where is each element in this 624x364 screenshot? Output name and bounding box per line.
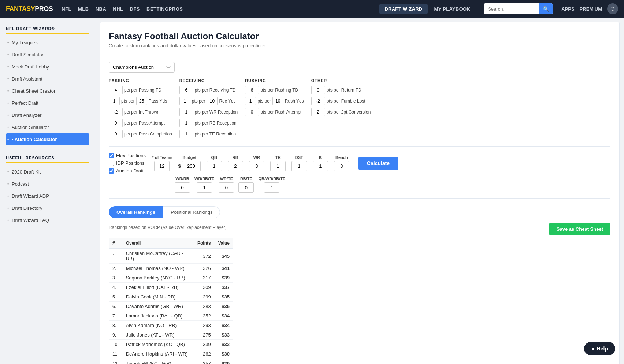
nav-bettingpros[interactable]: BETTINGPROS bbox=[146, 6, 183, 12]
passing-td-input[interactable] bbox=[109, 86, 123, 94]
flex-positions-input[interactable] bbox=[109, 153, 114, 158]
row-value: $29 bbox=[215, 359, 233, 364]
wr-rb-te-group: WR/RB/TE bbox=[194, 177, 214, 193]
rec-yds-yds-input[interactable] bbox=[207, 97, 218, 105]
rankings-table: # Overall Points Value 1. Christian McCa… bbox=[109, 238, 233, 364]
rb-reception-input[interactable] bbox=[179, 119, 193, 127]
sidebar-item-cheat-sheet-creator[interactable]: Cheat Sheet Creator bbox=[6, 85, 89, 97]
two-pt-input[interactable] bbox=[311, 108, 325, 116]
passing-yds-pts-input[interactable] bbox=[109, 97, 120, 105]
main-content: Fantasy Football Auction Calculator Crea… bbox=[100, 22, 620, 364]
sidebar-item-draft-simulator[interactable]: Draft Simulator bbox=[6, 49, 89, 61]
tab-overall-rankings[interactable]: Overall Rankings bbox=[109, 206, 163, 218]
wr-reception-label: pts per WR Reception bbox=[195, 109, 238, 115]
budget-label: Budget bbox=[182, 155, 196, 160]
row-points: 293 bbox=[194, 321, 215, 330]
passing-attempt-input[interactable] bbox=[109, 119, 123, 127]
rush-yds-pts-input[interactable] bbox=[245, 97, 256, 105]
sidebar-item-my-leagues[interactable]: My Leagues bbox=[6, 37, 89, 49]
draft-wizard-btn[interactable]: DRAFT WIZARD bbox=[379, 4, 427, 14]
logo-fantasy: FANTASY bbox=[6, 5, 35, 12]
idp-positions-input[interactable] bbox=[109, 161, 114, 166]
receiving-td-input[interactable] bbox=[179, 86, 193, 94]
logo-pros: PROS bbox=[35, 5, 53, 12]
search-input[interactable] bbox=[484, 3, 539, 14]
sidebar-item-auction-simulator[interactable]: Auction Simulator bbox=[6, 121, 89, 133]
user-avatar[interactable]: ☺ bbox=[607, 3, 618, 14]
nav-nba[interactable]: NBA bbox=[96, 6, 107, 12]
logo[interactable]: FANTASYPROS bbox=[6, 5, 53, 13]
wr-reception-input[interactable] bbox=[179, 108, 193, 116]
table-row: 1. Christian McCaffrey (CAR - RB) 372 $4… bbox=[109, 248, 233, 264]
rushing-group: RUSHING pts per Rushing TD pts per Rush … bbox=[245, 78, 304, 119]
auction-draft-input[interactable] bbox=[109, 168, 114, 174]
k-input[interactable] bbox=[313, 161, 328, 171]
help-button[interactable]: ● Help bbox=[584, 342, 615, 355]
checkbox-group: Flex Positions IDP Positions Auction Dra… bbox=[109, 153, 146, 174]
sidebar-item-draft-directory[interactable]: Draft Directory bbox=[6, 202, 89, 214]
row-points: 275 bbox=[194, 330, 215, 340]
calculate-button[interactable]: Calculate bbox=[358, 157, 398, 170]
passing-completion-input[interactable] bbox=[109, 130, 123, 138]
nav-dfs[interactable]: DFS bbox=[130, 6, 140, 12]
row-name: DeAndre Hopkins (ARI - WR) bbox=[122, 349, 194, 359]
idp-positions-checkbox[interactable]: IDP Positions bbox=[109, 160, 146, 166]
rec-yds-pts-input[interactable] bbox=[179, 97, 190, 105]
budget-input[interactable] bbox=[182, 161, 201, 171]
rushing-td-input[interactable] bbox=[245, 86, 259, 94]
nav-nhl[interactable]: NHL bbox=[113, 6, 123, 12]
my-playbook-btn[interactable]: MY PLAYBOOK bbox=[429, 4, 476, 14]
page-title: Fantasy Football Auction Calculator bbox=[109, 31, 610, 41]
num-teams-input[interactable] bbox=[154, 161, 170, 171]
qb-wr-rb-te-input[interactable] bbox=[264, 182, 279, 193]
sidebar-item-perfect-draft[interactable]: Perfect Draft bbox=[6, 97, 89, 109]
premium-link[interactable]: PREMIUM bbox=[580, 6, 602, 12]
row-points: 283 bbox=[194, 302, 215, 311]
other-title: OTHER bbox=[311, 78, 371, 83]
nav-nfl[interactable]: NFL bbox=[62, 6, 71, 12]
sidebar-item-podcast[interactable]: Podcast bbox=[6, 178, 89, 190]
te-input[interactable] bbox=[270, 161, 286, 171]
k-group: K bbox=[313, 155, 328, 171]
sidebar-item-draft-analyzer[interactable]: Draft Analyzer bbox=[6, 109, 89, 121]
rush-attempt-input[interactable] bbox=[245, 108, 259, 116]
search-button[interactable]: 🔍 bbox=[539, 3, 553, 14]
wr-rb-te-input[interactable] bbox=[197, 182, 212, 193]
flex-positions-checkbox[interactable]: Flex Positions bbox=[109, 153, 146, 158]
sidebar-item-auction-calculator[interactable]: • Auction Calculator bbox=[6, 133, 89, 145]
sidebar-item-mock-draft-lobby[interactable]: Mock Draft Lobby bbox=[6, 61, 89, 73]
passing-int-input[interactable] bbox=[109, 108, 123, 116]
top-nav: FANTASYPROS NFL MLB NBA NHL DFS BETTINGP… bbox=[0, 0, 624, 18]
sidebar-item-2020-draft-kit[interactable]: 2020 Draft Kit bbox=[6, 166, 89, 178]
te-reception-input[interactable] bbox=[179, 130, 193, 138]
rb-te-input[interactable] bbox=[238, 182, 254, 193]
sidebar-item-draft-wizard-faq[interactable]: Draft Wizard FAQ bbox=[6, 214, 89, 226]
qb-wr-rb-te-group: QB/WR/RB/TE bbox=[258, 177, 285, 193]
apps-link[interactable]: APPS bbox=[561, 6, 574, 12]
num-teams-group: # of Teams bbox=[152, 155, 172, 171]
row-rank: 1. bbox=[109, 248, 122, 264]
league-dropdown[interactable]: Champions Auction Standard PPR Half-PPR bbox=[109, 62, 175, 73]
nav-mlb[interactable]: MLB bbox=[78, 6, 89, 12]
wr-rb-input[interactable] bbox=[175, 182, 190, 193]
table-row: 2. Michael Thomas (NO - WR) 326 $41 bbox=[109, 264, 233, 273]
return-td-input[interactable] bbox=[311, 86, 325, 94]
auction-draft-checkbox[interactable]: Auction Draft bbox=[109, 168, 146, 174]
fumble-input[interactable] bbox=[311, 97, 325, 105]
passing-title: PASSING bbox=[109, 78, 172, 83]
save-cheat-sheet-button[interactable]: Save as Cheat Sheet bbox=[549, 223, 610, 235]
dst-input[interactable] bbox=[291, 161, 307, 171]
wr-te-group: WR/TE bbox=[219, 177, 234, 193]
sidebar-item-draft-assistant[interactable]: Draft Assistant bbox=[6, 73, 89, 85]
qb-input[interactable] bbox=[207, 161, 222, 171]
wr-input[interactable] bbox=[249, 161, 264, 171]
rush-yds-yds-input[interactable] bbox=[272, 97, 283, 105]
receiving-td-row: pts per Receiving TD bbox=[179, 86, 238, 94]
tab-positional-rankings[interactable]: Positional Rankings bbox=[163, 206, 220, 218]
bench-input[interactable] bbox=[334, 161, 349, 171]
passing-yds-yds-input[interactable] bbox=[136, 97, 147, 105]
sidebar-item-draft-wizard-adp[interactable]: Draft Wizard ADP bbox=[6, 190, 89, 202]
rb-input[interactable] bbox=[228, 161, 243, 171]
wr-rb-group: WR/RB bbox=[175, 177, 190, 193]
wr-te-input[interactable] bbox=[219, 182, 234, 193]
